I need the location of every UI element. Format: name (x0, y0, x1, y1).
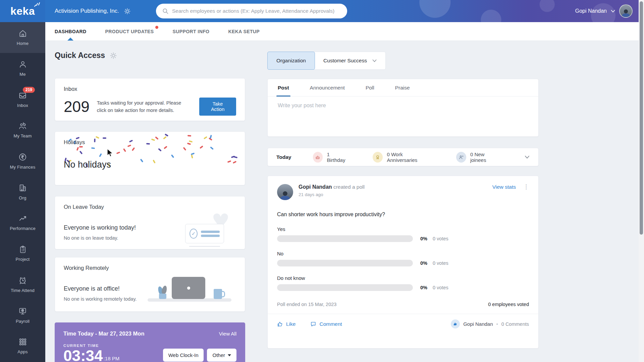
sidebar-item-my-finances[interactable]: My Finances (0, 145, 45, 176)
tab-support-info[interactable]: SUPPORT INFO (173, 22, 210, 41)
poll-option-yes: Yes 0% 0 votes (277, 226, 529, 242)
today-work-anniversaries[interactable]: 0 Work Anniversaries (373, 152, 431, 163)
today-expand-chevron-icon[interactable] (525, 156, 530, 159)
time-card-title: Time Today - Mar 27, 2023 Mon (63, 330, 144, 337)
today-new-joinees[interactable]: 0 New joinees (456, 152, 500, 163)
like-button[interactable]: Like (277, 321, 296, 327)
quick-access-gear-icon[interactable] (110, 52, 117, 59)
poll-question: Can shorter work hours improve productiv… (277, 212, 529, 218)
poll-option-bar[interactable] (277, 260, 413, 266)
web-clock-in-button[interactable]: Web Clock-In (163, 349, 204, 362)
sidebar-item-home[interactable]: Home (0, 22, 45, 53)
holidays-card: Holidays No holidays (55, 131, 245, 185)
clipboard-icon (18, 245, 27, 254)
inbox-card-title: Inbox (64, 86, 236, 92)
poll-timestamp: 21 days ago (299, 192, 365, 197)
sidebar-item-org[interactable]: Org (0, 176, 45, 207)
building-icon (18, 183, 27, 192)
mug-graphic (214, 289, 222, 299)
today-label: Today (276, 154, 291, 160)
user-avatar[interactable] (619, 4, 633, 18)
sidebar-item-payroll[interactable]: Payroll (0, 300, 45, 330)
search-input[interactable] (172, 8, 341, 14)
quick-access-title: Quick Access (55, 51, 105, 60)
caret-down-icon (228, 354, 231, 356)
poll-option-bar[interactable] (277, 284, 413, 291)
active-tab-indicator (67, 38, 73, 41)
topbar: keka Activision Publishing, Inc. Gopi Na… (0, 0, 644, 22)
today-events-bar: Today 1 Birthday 0 Work Anniversaries 0 … (267, 148, 539, 166)
current-time-value: 03:34 (63, 348, 103, 362)
time-today-card: Time Today - Mar 27, 2023 Mon View All C… (55, 322, 245, 362)
sidebar-item-time-attend[interactable]: Time Attend (0, 269, 45, 300)
sidebar-item-performance[interactable]: Performance (0, 207, 45, 238)
inbox-icon: 219 (18, 91, 27, 100)
comments-count: 0 Comments (501, 321, 529, 327)
tab-dashboard[interactable]: DASHBOARD (55, 22, 87, 41)
poll-author-avatar[interactable] (277, 184, 293, 200)
company-name: Activision Publishing, Inc. (55, 8, 119, 14)
poll-option-votes: 0 votes (433, 285, 448, 290)
sidebar-item-my-team[interactable]: My Team (0, 115, 45, 145)
rupee-icon (18, 153, 27, 162)
likers-summary[interactable]: Gopi Nandan • 0 Comments (451, 319, 529, 328)
sidebar-item-apps[interactable]: Apps (0, 330, 45, 361)
tab-keka-setup[interactable]: KEKA SETUP (228, 22, 260, 41)
sidebar-item-inbox[interactable]: 219 Inbox (0, 84, 45, 115)
poll-option-do-not-know: Do not know 0% 0 votes (277, 275, 529, 291)
pending-tasks-count: 209 (64, 98, 90, 116)
search-icon (162, 8, 169, 14)
liker-name: Gopi Nandan (463, 321, 493, 327)
leave-illustration: ♥ ✓ (183, 206, 233, 243)
chevron-down-icon (611, 10, 615, 13)
kebab-menu-icon[interactable]: ⋮ (523, 185, 529, 188)
take-action-button[interactable]: Take Action (199, 98, 236, 116)
post-input[interactable] (278, 103, 528, 133)
scope-tab-organization[interactable]: Organization (267, 52, 315, 70)
scrollbar-thumb[interactable] (640, 1, 643, 235)
view-all-link[interactable]: View All (219, 331, 236, 337)
remote-illustration (148, 270, 235, 304)
laptop-graphic (172, 277, 205, 299)
keka-logo-text: keka (10, 5, 35, 17)
user-name: Gopi Nandan (575, 8, 607, 14)
like-thumb-icon (451, 319, 460, 328)
inbox-card: Inbox 209 Tasks waiting for your approva… (55, 78, 245, 121)
composer-tab-praise[interactable]: Praise (395, 79, 410, 96)
sidebar-item-project[interactable]: Project (0, 238, 45, 269)
payroll-monitor-icon (18, 307, 27, 316)
composer-tab-poll[interactable]: Poll (366, 79, 374, 96)
comment-button[interactable]: Comment (310, 321, 342, 327)
poll-voted-count: 0 employees voted (488, 302, 529, 307)
poll-option-percent: 0% (420, 285, 427, 290)
tab-product-updates[interactable]: PRODUCT UPDATES (105, 22, 154, 41)
notification-dot (154, 25, 159, 30)
sidebar-item-me[interactable]: Me (0, 53, 45, 84)
on-leave-today-card: On Leave Today Everyone is working today… (55, 196, 245, 249)
poll-option-votes: 0 votes (433, 260, 448, 266)
poll-author-name[interactable]: Gopi Nandan (299, 184, 332, 190)
check-icon: ✓ (190, 229, 198, 239)
keka-logo[interactable]: keka (0, 0, 45, 22)
plant-graphic (158, 285, 168, 299)
working-remotely-card: Working Remotely Everyone is at office! … (55, 257, 245, 312)
page-scrollbar[interactable] (639, 0, 644, 362)
home-icon (18, 29, 27, 38)
other-actions-button[interactable]: Other (207, 349, 236, 362)
current-time-seconds: :18 PM (104, 356, 120, 361)
composer-tab-post[interactable]: Post (278, 79, 289, 96)
composer-tab-announcement[interactable]: Announcement (310, 79, 345, 96)
view-stats-link[interactable]: View stats (492, 184, 516, 190)
poll-option-bar[interactable] (277, 235, 413, 242)
keka-spark-icon (34, 2, 40, 7)
chevron-down-icon (372, 59, 377, 62)
inbox-badge: 219 (23, 87, 35, 93)
company-settings-gear-icon[interactable] (124, 8, 131, 15)
global-search[interactable] (156, 4, 347, 18)
poll-ended-text: Poll ended on 15 Mar, 2023 (277, 302, 336, 307)
today-birthdays[interactable]: 1 Birthday (313, 152, 348, 163)
poll-option-percent: 0% (420, 236, 427, 241)
poll-option-percent: 0% (420, 260, 427, 266)
user-menu[interactable]: Gopi Nandan (575, 0, 633, 22)
scope-dropdown-customer-success[interactable]: Customer Success (315, 52, 385, 69)
